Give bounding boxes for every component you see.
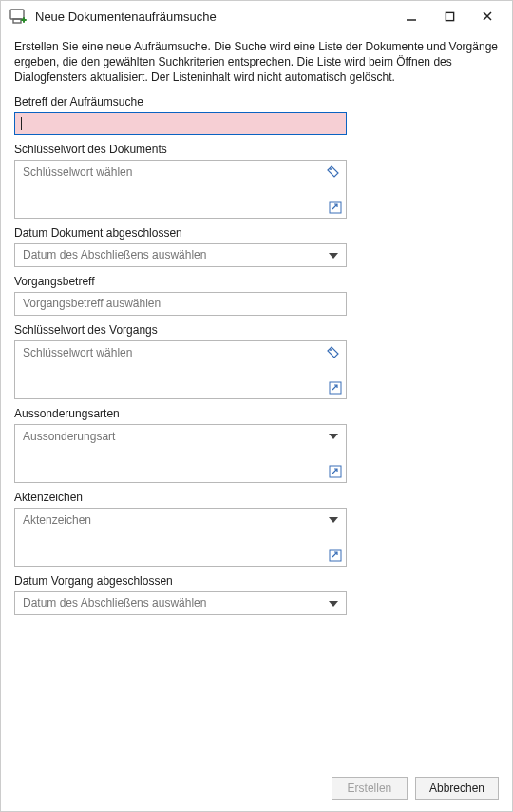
expand-icon[interactable] (329, 465, 342, 478)
svg-rect-8 (330, 550, 341, 561)
cancel-button[interactable]: Abbrechen (415, 777, 499, 800)
svg-rect-1 (13, 19, 21, 23)
expand-icon[interactable] (329, 201, 342, 214)
doc-closed-date-placeholder: Datum des Abschließens auswählen (23, 248, 206, 261)
case-keyword-field[interactable]: Schlüsselwort wählen (14, 340, 347, 399)
file-ref-field[interactable]: Aktenzeichen (14, 508, 347, 567)
doc-keyword-label: Schlüsselwort des Dokuments (14, 143, 499, 156)
text-caret (21, 117, 22, 130)
disposal-types-placeholder: Aussonderungsart (15, 425, 346, 448)
svg-rect-0 (10, 10, 24, 19)
svg-rect-7 (330, 466, 341, 477)
doc-closed-date-label: Datum Dokument abgeschlossen (14, 226, 499, 240)
case-subject-label: Vorgangsbetreff (14, 275, 499, 288)
minimize-button[interactable] (392, 3, 430, 29)
doc-keyword-field[interactable]: Schlüsselwort wählen (14, 160, 347, 219)
svg-point-5 (330, 349, 332, 351)
svg-rect-4 (330, 202, 341, 213)
file-ref-label: Aktenzeichen (14, 491, 499, 504)
case-closed-date-label: Datum Vorgang abgeschlossen (14, 574, 499, 588)
svg-point-3 (330, 168, 332, 170)
case-closed-date-dropdown[interactable]: Datum des Abschließens auswählen (14, 591, 347, 615)
chevron-down-icon (329, 434, 338, 439)
case-subject-field[interactable]: Vorgangsbetreff auswählen (14, 292, 347, 316)
subject-input[interactable] (14, 112, 347, 135)
tag-icon (327, 165, 340, 179)
window-buttons (392, 3, 506, 29)
file-ref-placeholder: Aktenzeichen (15, 509, 346, 532)
dialog-content: Erstellen Sie eine neue Aufräumsuche. Di… (1, 31, 512, 634)
chevron-down-icon (329, 517, 338, 523)
tag-icon (327, 346, 340, 359)
close-button[interactable] (468, 3, 506, 29)
app-icon (9, 7, 28, 26)
disposal-types-field[interactable]: Aussonderungsart (14, 424, 347, 483)
doc-keyword-placeholder: Schlüsselwort wählen (15, 161, 346, 184)
svg-rect-6 (330, 382, 341, 394)
subject-label: Betreff der Aufräumsuche (14, 95, 499, 108)
case-closed-date-placeholder: Datum des Abschließens auswählen (23, 596, 206, 609)
disposal-types-label: Aussonderungsarten (14, 407, 499, 420)
chevron-down-icon (329, 601, 338, 607)
case-keyword-label: Schlüsselwort des Vorgangs (14, 323, 499, 337)
case-keyword-placeholder: Schlüsselwort wählen (15, 341, 346, 364)
description-text: Erstellen Sie eine neue Aufräumsuche. Di… (14, 39, 499, 86)
expand-icon[interactable] (329, 381, 342, 395)
case-subject-placeholder: Vorgangsbetreff auswählen (23, 297, 161, 310)
doc-closed-date-dropdown[interactable]: Datum des Abschließens auswählen (14, 243, 347, 267)
titlebar: Neue Dokumentenaufräumsuche (1, 1, 512, 31)
create-button[interactable]: Erstellen (332, 777, 408, 800)
svg-rect-2 (446, 12, 453, 20)
dialog-footer: Erstellen Abbrechen (332, 777, 499, 800)
window-title: Neue Dokumentenaufräumsuche (35, 10, 392, 24)
chevron-down-icon (329, 253, 338, 259)
maximize-button[interactable] (430, 3, 468, 29)
expand-icon[interactable] (329, 549, 342, 562)
